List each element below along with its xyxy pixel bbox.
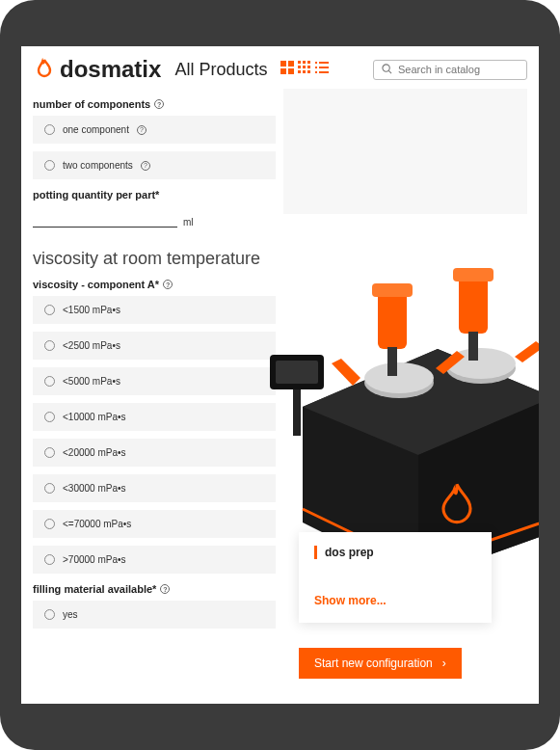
- radio-icon: [44, 376, 55, 387]
- components-label: number of components ?: [33, 98, 276, 110]
- radio-viscosity-option[interactable]: <30000 mPa•s: [33, 474, 276, 502]
- radio-icon: [44, 412, 55, 422]
- radio-label: <2500 mPa•s: [63, 340, 120, 351]
- tablet-frame: dosmatix All Products: [0, 0, 560, 750]
- grid-small-icon[interactable]: [298, 61, 311, 78]
- radio-viscosity-option[interactable]: >70000 mPa•s: [33, 546, 276, 574]
- radio-filling-yes[interactable]: yes: [33, 601, 276, 629]
- radio-viscosity-option[interactable]: <1500 mPa•s: [33, 296, 276, 324]
- radio-one-component[interactable]: one component ?: [33, 116, 276, 144]
- svg-rect-7: [298, 66, 301, 68]
- svg-rect-29: [372, 283, 413, 297]
- svg-rect-6: [307, 61, 310, 64]
- potting-unit: ml: [183, 217, 194, 228]
- svg-rect-33: [468, 332, 478, 361]
- radio-viscosity-option[interactable]: <2500 mPa•s: [33, 332, 276, 360]
- potting-input-row: ml: [33, 206, 276, 228]
- radio-two-components[interactable]: two components ?: [33, 151, 276, 179]
- grid-large-icon[interactable]: [280, 61, 294, 78]
- radio-label: yes: [63, 609, 78, 620]
- svg-rect-32: [453, 268, 493, 281]
- start-configuration-button[interactable]: Start new configuration ›: [299, 648, 462, 679]
- radio-icon: [44, 340, 55, 351]
- brand-logo[interactable]: dosmatix: [33, 56, 161, 83]
- main-content: number of components ? one component ? t…: [21, 89, 539, 667]
- radio-icon: [44, 160, 55, 171]
- radio-label: <30000 mPa•s: [63, 483, 126, 494]
- svg-line-20: [388, 70, 391, 73]
- svg-rect-8: [303, 66, 306, 68]
- viscosity-label: viscosity - component A* ?: [33, 279, 276, 290]
- view-mode-toggle: [280, 61, 329, 78]
- svg-rect-16: [319, 67, 329, 68]
- radio-icon: [44, 124, 55, 135]
- radio-icon: [44, 609, 55, 620]
- flame-icon: [33, 58, 56, 81]
- potting-label: potting quantity per part*: [33, 189, 276, 201]
- svg-rect-13: [315, 62, 317, 64]
- svg-rect-18: [319, 71, 329, 73]
- svg-rect-30: [387, 347, 397, 376]
- cta-label: Start new configuration: [314, 656, 433, 670]
- nav-all-products[interactable]: All Products: [174, 60, 267, 80]
- radio-viscosity-option[interactable]: <20000 mPa•s: [33, 439, 276, 467]
- brand-text: dosmatix: [60, 56, 161, 83]
- radio-viscosity-option[interactable]: <=70000 mPa•s: [33, 510, 276, 538]
- svg-rect-31: [459, 276, 488, 334]
- radio-viscosity-option[interactable]: <5000 mPa•s: [33, 367, 276, 395]
- svg-rect-11: [303, 70, 306, 73]
- svg-rect-36: [276, 361, 318, 384]
- svg-rect-9: [307, 66, 310, 68]
- chevron-right-icon: ›: [442, 656, 446, 670]
- search-icon: [382, 64, 392, 76]
- radio-label: <10000 mPa•s: [63, 412, 126, 422]
- svg-rect-28: [378, 291, 407, 349]
- svg-rect-3: [288, 68, 294, 74]
- product-preview: dos prep Show more... Start new configur…: [293, 89, 527, 667]
- svg-rect-1: [288, 61, 294, 67]
- viscosity-section-title: viscosity at room temperature: [33, 249, 276, 269]
- svg-rect-5: [303, 61, 306, 64]
- product-image: [264, 233, 539, 580]
- potting-input[interactable]: [33, 206, 177, 228]
- svg-rect-10: [298, 70, 301, 73]
- radio-viscosity-option[interactable]: <10000 mPa•s: [33, 403, 276, 431]
- svg-rect-0: [280, 61, 286, 67]
- svg-rect-12: [307, 70, 310, 73]
- info-icon[interactable]: ?: [160, 584, 170, 594]
- svg-rect-17: [315, 71, 317, 73]
- search-input[interactable]: [398, 64, 514, 75]
- info-icon[interactable]: ?: [141, 161, 150, 171]
- radio-label: <5000 mPa•s: [63, 376, 120, 387]
- radio-label: <=70000 mPa•s: [63, 519, 131, 529]
- info-icon[interactable]: ?: [163, 280, 173, 289]
- svg-point-25: [364, 362, 434, 393]
- product-title: dos prep: [314, 546, 476, 559]
- filling-label: filling material available* ?: [33, 583, 276, 595]
- info-icon[interactable]: ?: [154, 99, 164, 109]
- radio-label: two components: [63, 160, 133, 171]
- svg-point-19: [383, 64, 389, 70]
- show-more-link[interactable]: Show more...: [314, 594, 476, 607]
- radio-icon: [44, 554, 55, 565]
- radio-label: <20000 mPa•s: [63, 447, 126, 458]
- product-placeholder: [283, 89, 527, 214]
- header: dosmatix All Products: [21, 46, 539, 89]
- radio-label: one component: [63, 124, 129, 135]
- list-view-icon[interactable]: [315, 61, 329, 78]
- screen: dosmatix All Products: [21, 46, 539, 704]
- svg-rect-2: [280, 68, 286, 74]
- radio-icon: [44, 305, 55, 315]
- product-card: dos prep Show more...: [299, 532, 492, 623]
- svg-rect-4: [298, 61, 301, 64]
- radio-label: >70000 mPa•s: [63, 554, 126, 565]
- search-box[interactable]: [373, 60, 527, 80]
- radio-label: <1500 mPa•s: [63, 305, 120, 315]
- radio-icon: [44, 483, 55, 494]
- configurator-form: number of components ? one component ? t…: [33, 89, 276, 667]
- radio-icon: [44, 447, 55, 458]
- radio-icon: [44, 519, 55, 529]
- svg-rect-14: [319, 62, 329, 64]
- info-icon[interactable]: ?: [137, 125, 147, 135]
- svg-rect-15: [315, 67, 317, 68]
